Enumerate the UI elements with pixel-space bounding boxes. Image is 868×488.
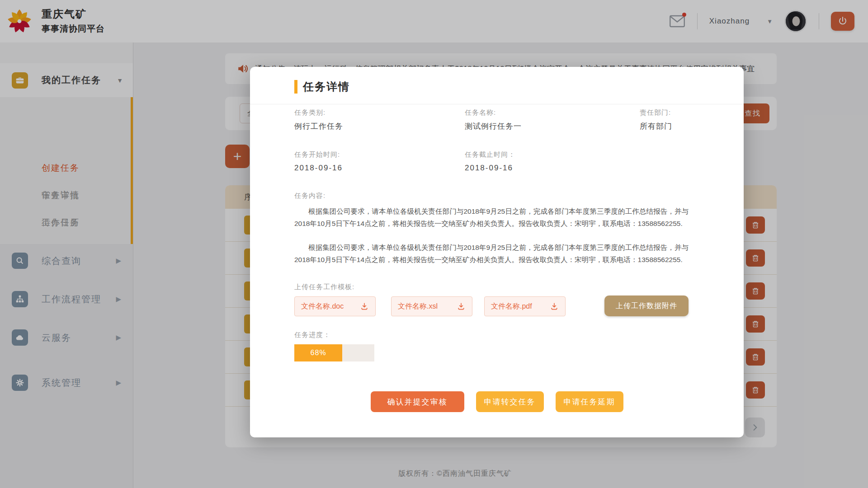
task-progress-value: 68% <box>311 349 326 357</box>
progress-label: 任务进度： <box>294 331 330 339</box>
task-category-value: 例行工作任务 <box>294 121 343 131</box>
download-icon <box>550 302 559 311</box>
template-file-pdf[interactable]: 文件名称.pdf <box>484 296 566 316</box>
transfer-task-button[interactable]: 申请转交任务 <box>476 391 544 412</box>
task-name-label: 任务名称: <box>465 108 496 117</box>
task-progress-fill: 68% <box>294 344 342 361</box>
task-content-label: 任务内容: <box>294 192 326 200</box>
template-file-doc[interactable]: 文件名称.doc <box>294 296 376 316</box>
task-start-label: 任务开始时间: <box>294 150 340 159</box>
modal-actions: 确认并提交审核 申请转交任务 申请任务延期 <box>250 391 744 412</box>
templates-label: 上传任务工作模板: <box>294 283 354 291</box>
task-content: 根据集团公司要求，请本单位各级机关责任部门与2018年9月25日之前，完成各部门… <box>294 205 689 277</box>
download-icon <box>457 302 466 311</box>
task-progress-bar: 68% <box>294 344 374 361</box>
task-dept-label: 责任部门: <box>640 108 671 117</box>
upload-attachment-button[interactable]: 上传工作数据附件 <box>604 296 689 316</box>
download-icon <box>360 302 369 311</box>
task-end-label: 任务截止时间： <box>465 150 515 159</box>
file-name: 文件名称.xsl <box>398 302 438 311</box>
modal-divider <box>250 104 744 104</box>
task-content-paragraph: 根据集团公司要求，请本单位各级机关责任部门与2018年9月25日之前，完成各部门… <box>294 241 689 266</box>
app-window: 重庆气矿 事事清协同平台 Xiaozhang ▼ <box>0 0 868 488</box>
file-name: 文件名称.doc <box>301 302 344 311</box>
modal-title: 任务详情 <box>303 80 350 94</box>
task-content-paragraph: 根据集团公司要求，请本单位各级机关责任部门与2018年9月25日之前，完成各部门… <box>294 205 689 230</box>
file-name: 文件名称.pdf <box>491 302 532 311</box>
template-file-xsl[interactable]: 文件名称.xsl <box>391 296 472 316</box>
task-name-value: 测试例行任务一 <box>465 121 522 131</box>
task-end-value: 2018-09-16 <box>465 164 513 173</box>
task-dept-value: 所有部门 <box>640 121 672 131</box>
confirm-submit-button[interactable]: 确认并提交审核 <box>371 391 464 412</box>
title-accent-bar <box>294 80 297 94</box>
postpone-task-button[interactable]: 申请任务延期 <box>556 391 623 412</box>
task-start-value: 2018-09-16 <box>294 164 343 173</box>
task-category-label: 任务类别: <box>294 108 326 117</box>
task-detail-modal: 任务详情 任务类别: 例行工作任务 任务名称: 测试例行任务一 责任部门: 所有… <box>250 67 744 437</box>
